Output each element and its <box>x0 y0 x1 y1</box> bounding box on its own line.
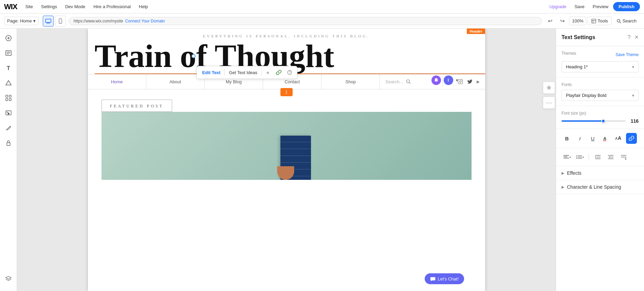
tools-button[interactable]: Tools <box>588 17 611 25</box>
heading-dropdown[interactable]: Heading 1* ▾ <box>562 61 639 72</box>
svg-rect-0 <box>45 19 51 22</box>
site-header: Header Edit Text Get Text Ideas « ? <box>88 29 485 180</box>
svg-rect-20 <box>9 95 11 97</box>
resize-arrow[interactable]: ↕ <box>280 88 293 96</box>
redo-button[interactable]: ↪ <box>557 16 568 27</box>
svg-line-29 <box>409 83 411 84</box>
featured-post: FEATURED POST <box>102 100 472 180</box>
text-formatting-section: B I U A AA <box>556 129 644 148</box>
themes-label: Themes <box>562 51 576 56</box>
panel-help-icon[interactable]: ? <box>627 34 630 40</box>
effects-section[interactable]: ▶ Effects <box>556 166 644 180</box>
font-dropdown[interactable]: Playfair Display Bold ▾ <box>562 90 639 101</box>
shapes-sidebar-icon[interactable] <box>2 76 15 90</box>
notification-bell[interactable] <box>431 75 441 85</box>
panel-more-icon[interactable]: ⋯ <box>543 97 555 109</box>
svg-text:A: A <box>603 136 607 141</box>
themes-section: Themes Save Theme Heading 1* ▾ <box>556 46 644 78</box>
save-theme-button[interactable]: Save Theme <box>615 52 639 57</box>
underline-button[interactable]: U <box>587 133 598 144</box>
svg-rect-19 <box>6 95 8 97</box>
featured-label-box: FEATURED POST <box>102 100 172 112</box>
toolbar-divider-2 <box>261 69 262 76</box>
text-color-button[interactable]: A <box>600 133 611 144</box>
indent-decrease-button[interactable] <box>605 152 616 162</box>
text-style-button[interactable]: AA <box>613 133 624 144</box>
svg-rect-25 <box>7 143 10 146</box>
toolbar-divider <box>224 69 225 76</box>
list-style-button[interactable]: ▾ <box>574 152 585 162</box>
bold-button[interactable]: B <box>562 133 572 144</box>
font-dropdown-arrow: ▾ <box>632 93 634 98</box>
dev-mode-menu[interactable]: Dev Mode <box>62 3 88 11</box>
preview-button[interactable]: Preview <box>589 3 612 11</box>
user-avatar[interactable]: I <box>444 75 453 85</box>
italic-button[interactable]: I <box>574 133 585 144</box>
site-top-text: EVERYTHING IS PERSONAL. INCLUDING THIS B… <box>88 29 485 38</box>
panel-header: Text Settings ? × <box>556 29 644 46</box>
mobile-view-icon[interactable] <box>55 16 66 27</box>
site-menu[interactable]: Site <box>23 3 36 11</box>
text-align-button[interactable]: ▾ <box>562 152 572 162</box>
search-button[interactable]: Search <box>613 17 640 25</box>
page-selector-chevron: ▾ <box>33 18 36 23</box>
text-sidebar-icon[interactable]: T <box>2 61 15 75</box>
help-menu[interactable]: Help <box>136 3 151 11</box>
nav-about[interactable]: About <box>146 74 205 89</box>
get-text-ideas-button[interactable]: Get Text Ideas <box>226 69 260 76</box>
svg-point-32 <box>461 80 462 81</box>
resize-handle-left[interactable] <box>191 54 196 58</box>
back-icon-button[interactable]: « <box>263 68 273 77</box>
save-button[interactable]: Save <box>571 3 588 11</box>
header-label: Header <box>467 29 485 34</box>
svg-point-9 <box>617 19 620 22</box>
font-size-slider[interactable] <box>562 120 626 122</box>
upgrade-button[interactable]: Upgrade <box>546 3 570 11</box>
nav-home[interactable]: Home <box>88 74 146 89</box>
panel-header-icons: ? × <box>627 33 639 41</box>
char-spacing-arrow: ▶ <box>562 185 564 189</box>
nav-shop[interactable]: Shop <box>321 74 380 89</box>
apps-sidebar-icon[interactable] <box>2 91 15 105</box>
add-elements-icon[interactable] <box>2 31 15 45</box>
page-selector[interactable]: Page: Home ▾ <box>4 17 39 25</box>
user-menu-chevron[interactable]: ▾ <box>456 78 458 83</box>
panel-close-icon[interactable]: × <box>634 33 639 41</box>
blog-sidebar-icon[interactable] <box>2 46 15 60</box>
char-spacing-section[interactable]: ▶ Character & Line Spacing <box>556 180 644 194</box>
svg-text:A: A <box>615 136 618 140</box>
edit-text-button[interactable]: Edit Text <box>200 69 223 76</box>
right-floating-panel: ⋯ <box>543 82 555 109</box>
fonts-label: Fonts <box>562 82 639 87</box>
url-bar: https://www.wix.com/mysite Connect Your … <box>69 17 542 25</box>
svg-rect-22 <box>9 99 11 101</box>
link-format-button[interactable] <box>626 133 637 144</box>
panel-settings-icon[interactable] <box>543 82 555 94</box>
draw-sidebar-icon[interactable] <box>2 121 15 135</box>
svg-point-33 <box>548 87 550 89</box>
layers-sidebar-icon[interactable] <box>2 272 15 286</box>
svg-point-24 <box>6 112 7 113</box>
publish-button[interactable]: Publish <box>613 2 640 11</box>
effects-label: Effects <box>567 170 582 176</box>
heading-value: Heading 1* <box>566 64 588 69</box>
link-icon-button[interactable] <box>274 68 283 77</box>
media-sidebar-icon[interactable] <box>2 106 15 120</box>
char-spacing-label: Character & Line Spacing <box>567 184 621 190</box>
svg-rect-6 <box>592 19 596 23</box>
paragraph-direction-button[interactable] <box>618 152 629 162</box>
right-panel: Text Settings ? × Themes Save Theme Head… <box>556 29 644 291</box>
indent-increase-button[interactable] <box>592 152 603 162</box>
second-bar: Page: Home ▾ https://www.wix.com/mysite … <box>0 14 644 29</box>
zoom-level[interactable]: 100% <box>569 17 586 25</box>
hire-professional-menu[interactable]: Hire a Professional <box>91 3 133 11</box>
undo-button[interactable]: ↩ <box>545 16 555 27</box>
connect-domain-link[interactable]: Connect Your Domain <box>125 19 165 23</box>
lock-sidebar-icon[interactable] <box>2 136 15 150</box>
help-icon-button[interactable]: ? <box>285 68 294 77</box>
settings-menu[interactable]: Settings <box>38 3 60 11</box>
featured-image <box>102 112 472 180</box>
desktop-view-icon[interactable] <box>43 16 54 27</box>
live-chat-button[interactable]: Let's Chat! <box>425 273 464 284</box>
page-label: Page: <box>7 18 19 23</box>
